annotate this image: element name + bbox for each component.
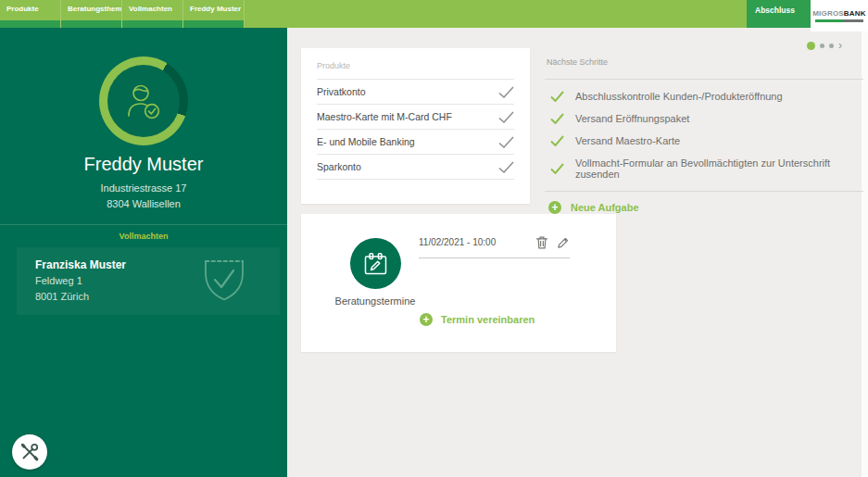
next-step-label: Versand Eröffnungspaket bbox=[575, 113, 689, 124]
customer-sidebar: Freddy Muster Industriestrasse 17 8304 W… bbox=[0, 28, 287, 477]
person-check-icon bbox=[122, 82, 165, 120]
add-appointment-button[interactable]: + Termin vereinbaren bbox=[420, 313, 535, 326]
customer-name: Freddy Muster bbox=[0, 154, 287, 175]
tab-abschluss[interactable]: Abschluss bbox=[747, 0, 811, 28]
nav-tabs: Produkte Beratungsthemen Vollmachten Fre… bbox=[0, 0, 868, 28]
page-indicator: › bbox=[807, 40, 842, 51]
check-icon bbox=[498, 161, 514, 173]
next-step-label: Versand Maestro-Karte bbox=[575, 135, 680, 146]
pencil-icon[interactable] bbox=[557, 236, 570, 249]
page-dot-2[interactable] bbox=[820, 44, 824, 48]
tools-icon bbox=[19, 442, 40, 462]
tab-beratungsthemen[interactable]: Beratungsthemen bbox=[61, 0, 122, 28]
product-label: E- und Mobile Banking bbox=[317, 136, 415, 147]
tab-freddy-muster[interactable]: Freddy Muster bbox=[183, 0, 245, 28]
check-icon bbox=[550, 135, 564, 146]
next-steps-panel: Nächste Schritte Abschlusskontrolle Kund… bbox=[545, 57, 863, 223]
logo-text: MIGROSBANK bbox=[812, 10, 866, 18]
top-navigation: Produkte Beratungsthemen Vollmachten Fre… bbox=[0, 0, 868, 28]
next-step-item: Abschlusskontrolle Kunden-/Produkteröffn… bbox=[545, 85, 863, 107]
next-step-label: Vollmacht-Formular an Bevollmächtigten z… bbox=[575, 157, 858, 180]
settings-fab-button[interactable] bbox=[12, 434, 47, 470]
appointments-card-title: Beratungstermine bbox=[315, 295, 435, 307]
check-icon bbox=[498, 136, 514, 148]
product-label: Privatkonto bbox=[317, 86, 366, 97]
products-card-title: Produkte bbox=[317, 61, 514, 80]
check-icon bbox=[550, 163, 564, 174]
check-icon bbox=[498, 111, 514, 123]
trash-icon[interactable] bbox=[535, 235, 548, 249]
customer-address: Industriestrasse 17 8304 Wallisellen bbox=[0, 181, 287, 212]
product-label: Sparkonto bbox=[317, 161, 361, 172]
products-card: Produkte Privatkonto Maestro-Karte mit M… bbox=[301, 48, 530, 204]
product-row-privatkonto[interactable]: Privatkonto bbox=[317, 80, 514, 105]
product-row-sparkonto[interactable]: Sparkonto bbox=[317, 155, 514, 180]
chevron-right-icon[interactable]: › bbox=[838, 41, 842, 50]
appointment-datetime: 11/02/2021 - 10:00 bbox=[419, 235, 496, 247]
calendar-edit-icon bbox=[363, 252, 388, 276]
next-step-item: Versand Maestro-Karte bbox=[545, 130, 863, 152]
appointments-card: Beratungstermine 11/02/2021 - 10:00 bbox=[301, 214, 616, 352]
plus-icon: + bbox=[420, 313, 433, 326]
appointment-entry: 11/02/2021 - 10:00 bbox=[419, 235, 570, 258]
product-row-e-banking[interactable]: E- und Mobile Banking bbox=[317, 130, 514, 155]
product-label: Maestro-Karte mit M-Card CHF bbox=[317, 111, 452, 122]
next-step-item: Versand Eröffnungspaket bbox=[545, 107, 863, 130]
add-task-label: Neue Aufgabe bbox=[571, 202, 639, 213]
product-row-maestro-karte[interactable]: Maestro-Karte mit M-Card CHF bbox=[317, 105, 514, 130]
next-step-item: Vollmacht-Formular an Bevollmächtigten z… bbox=[545, 152, 863, 185]
plus-icon: + bbox=[548, 201, 561, 214]
check-icon bbox=[550, 113, 564, 124]
logo-underline bbox=[815, 19, 863, 22]
migrosbank-logo: MIGROSBANK bbox=[811, 0, 868, 31]
avatar-progress-ring bbox=[99, 56, 188, 145]
customer-address-line1: Industriestrasse 17 bbox=[0, 181, 287, 196]
shield-check-icon bbox=[202, 256, 246, 306]
page-dot-1[interactable] bbox=[807, 42, 815, 50]
vollmachten-section-title: Vollmachten bbox=[0, 225, 287, 246]
authorized-person-card[interactable]: Franziska Muster Feldweg 1 8001 Zürich bbox=[17, 247, 280, 315]
check-icon bbox=[550, 91, 564, 102]
check-icon bbox=[498, 86, 514, 98]
customer-address-line2: 8304 Wallisellen bbox=[0, 196, 287, 212]
tab-vollmachten[interactable]: Vollmachten bbox=[122, 0, 183, 28]
page-dot-3[interactable] bbox=[829, 44, 834, 48]
appointments-badge bbox=[350, 238, 401, 289]
next-steps-title: Nächste Schritte bbox=[545, 57, 863, 67]
avatar bbox=[107, 65, 180, 137]
next-step-label: Abschlusskontrolle Kunden-/Produkteröffn… bbox=[575, 91, 783, 102]
tab-produkte[interactable]: Produkte bbox=[0, 0, 61, 28]
add-appointment-label: Termin vereinbaren bbox=[441, 314, 535, 325]
